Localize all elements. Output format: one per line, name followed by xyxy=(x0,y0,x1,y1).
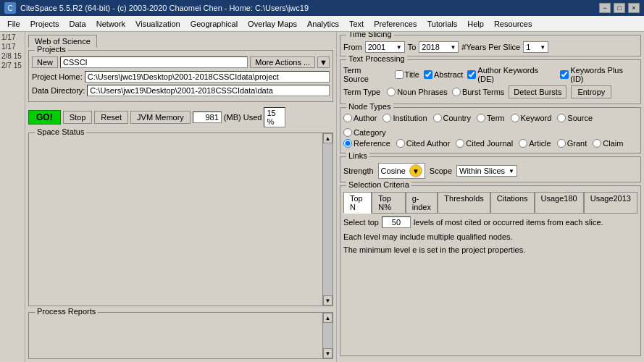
menu-network[interactable]: Network xyxy=(92,16,130,31)
claim-radio-label[interactable]: Claim xyxy=(593,139,623,148)
article-radio-label[interactable]: Article xyxy=(519,139,551,148)
minimize-button[interactable]: − xyxy=(599,3,611,13)
scope-label: Scope xyxy=(430,167,452,175)
go-button[interactable]: GO! xyxy=(28,110,61,125)
within-slices-arrow: ▼ xyxy=(509,168,514,174)
source-radio[interactable] xyxy=(557,114,566,122)
tab-citations[interactable]: Citations xyxy=(490,192,535,214)
slices-combo[interactable]: 1 ▼ xyxy=(523,41,548,53)
menu-file[interactable]: File xyxy=(3,16,25,31)
category-radio[interactable] xyxy=(343,128,352,137)
side-numbers-panel: 1/17 1/17 2/8 15 2/7 15 xyxy=(0,32,25,362)
text-processing-title: Text Processing xyxy=(346,54,407,63)
tab-usage180[interactable]: Usage180 xyxy=(535,192,584,214)
menu-data[interactable]: Data xyxy=(64,16,90,31)
country-radio[interactable] xyxy=(433,114,442,122)
project-name-input[interactable]: CSSCI xyxy=(60,56,248,68)
tab-top-n[interactable]: Top N xyxy=(343,192,372,214)
source-radio-label[interactable]: Source xyxy=(557,114,593,122)
scroll-up-btn[interactable]: ▲ xyxy=(323,133,333,143)
process-scroll-down[interactable]: ▼ xyxy=(323,348,333,358)
claim-radio[interactable] xyxy=(593,139,601,148)
keyword-radio-label[interactable]: Keyword xyxy=(511,114,552,122)
within-slices-combo[interactable]: Within Slices ▼ xyxy=(456,165,517,177)
reference-label: Reference xyxy=(354,139,390,148)
jvm-memory-button[interactable]: JVM Memory xyxy=(130,111,191,124)
country-radio-label[interactable]: Country xyxy=(433,114,472,122)
tab-thresholds[interactable]: Thresholds xyxy=(438,192,490,214)
cosine-dropdown-arrow[interactable]: ▼ xyxy=(409,164,422,177)
author-keywords-checkbox[interactable] xyxy=(467,70,476,79)
burst-terms-radio[interactable] xyxy=(452,88,461,96)
category-radio-label[interactable]: Category xyxy=(343,128,386,137)
title-checkbox-label[interactable]: Title xyxy=(395,70,419,79)
menu-overlay-maps[interactable]: Overlay Maps xyxy=(243,16,301,31)
reference-radio[interactable] xyxy=(343,139,352,148)
keywords-plus-checkbox-label[interactable]: Keywords Plus (ID) xyxy=(560,66,637,83)
article-label: Article xyxy=(529,139,551,148)
menu-resources[interactable]: Resources xyxy=(490,16,537,31)
title-checkbox[interactable] xyxy=(395,70,403,79)
process-scroll-up[interactable]: ▲ xyxy=(323,313,333,323)
menu-text[interactable]: Text xyxy=(345,16,368,31)
maximize-button[interactable]: □ xyxy=(614,3,625,13)
burst-terms-radio-label[interactable]: Burst Terms xyxy=(452,88,504,96)
entropy-button[interactable]: Entropy xyxy=(571,85,611,98)
abstract-checkbox-label[interactable]: Abstract xyxy=(424,70,463,79)
grant-radio[interactable] xyxy=(557,139,566,148)
cited-journal-radio-label[interactable]: Cited Journal xyxy=(456,139,513,148)
term-radio-label[interactable]: Term xyxy=(477,114,504,122)
term-radio[interactable] xyxy=(477,114,485,122)
tab-usage2013[interactable]: Usage2013 xyxy=(584,192,637,214)
keyword-radio[interactable] xyxy=(511,114,519,122)
institution-radio[interactable] xyxy=(382,114,391,122)
category-label: Category xyxy=(354,128,386,137)
noun-phrases-radio[interactable] xyxy=(387,88,396,96)
menu-visualization[interactable]: Visualization xyxy=(131,16,185,31)
article-radio[interactable] xyxy=(519,139,527,148)
memory-value: 981 xyxy=(193,111,222,123)
selection-criteria-group: Selection Criteria Top N Top N% g-index … xyxy=(340,185,641,356)
cited-author-radio-label[interactable]: Cited Author xyxy=(396,139,451,148)
select-top-input[interactable] xyxy=(382,216,411,228)
new-button[interactable]: New xyxy=(32,56,58,68)
grant-radio-label[interactable]: Grant xyxy=(557,139,587,148)
author-radio-label[interactable]: Author xyxy=(343,114,377,122)
tab-top-n-percent[interactable]: Top N% xyxy=(372,192,405,214)
menu-preferences[interactable]: Preferences xyxy=(369,16,421,31)
side-num-2: 1/17 xyxy=(1,43,23,51)
more-actions-button[interactable]: More Actions ... xyxy=(250,56,315,68)
author-keywords-checkbox-label[interactable]: Author Keywords (DE) xyxy=(467,66,556,83)
stop-button[interactable]: Stop xyxy=(63,111,93,124)
close-button[interactable]: × xyxy=(628,3,640,13)
detect-bursts-button[interactable]: Detect Bursts xyxy=(509,85,566,98)
tab-g-index[interactable]: g-index xyxy=(406,192,438,214)
projects-group-title: Projects xyxy=(35,45,68,54)
menu-help[interactable]: Help xyxy=(463,16,488,31)
menu-tutorials[interactable]: Tutorials xyxy=(422,16,461,31)
menu-geographical[interactable]: Geographical xyxy=(186,16,242,31)
cosine-combo[interactable]: Cosine ▼ xyxy=(378,163,425,179)
space-status-scrollbar[interactable]: ▲ ▼ xyxy=(322,133,333,306)
time-slicing-title: Time Slicing xyxy=(346,32,394,38)
more-actions-dropdown[interactable]: ▼ xyxy=(317,56,330,68)
keyword-label: Keyword xyxy=(521,114,552,122)
scroll-down-btn[interactable]: ▼ xyxy=(323,295,333,306)
cited-journal-label: Cited Journal xyxy=(466,139,513,148)
menu-analytics[interactable]: Analytics xyxy=(303,16,343,31)
cited-author-radio[interactable] xyxy=(396,139,405,148)
from-year-combo[interactable]: 2001 ▼ xyxy=(365,41,405,53)
from-label: From xyxy=(343,43,362,51)
menu-projects[interactable]: Projects xyxy=(26,16,64,31)
project-home-path: C:\Users\jwc19\Desktop\2001-2018CSSCIdat… xyxy=(85,71,330,83)
institution-radio-label[interactable]: Institution xyxy=(382,114,427,122)
abstract-checkbox[interactable] xyxy=(424,70,432,79)
reset-button[interactable]: Reset xyxy=(94,111,128,124)
keywords-plus-checkbox[interactable] xyxy=(560,70,569,79)
cited-journal-radio[interactable] xyxy=(456,139,464,148)
reference-radio-label[interactable]: Reference xyxy=(343,139,390,148)
process-reports-scrollbar[interactable]: ▲ ▼ xyxy=(322,313,333,358)
noun-phrases-radio-label[interactable]: Noun Phrases xyxy=(387,88,448,96)
to-year-combo[interactable]: 2018 ▼ xyxy=(419,41,459,53)
author-radio[interactable] xyxy=(343,114,352,122)
